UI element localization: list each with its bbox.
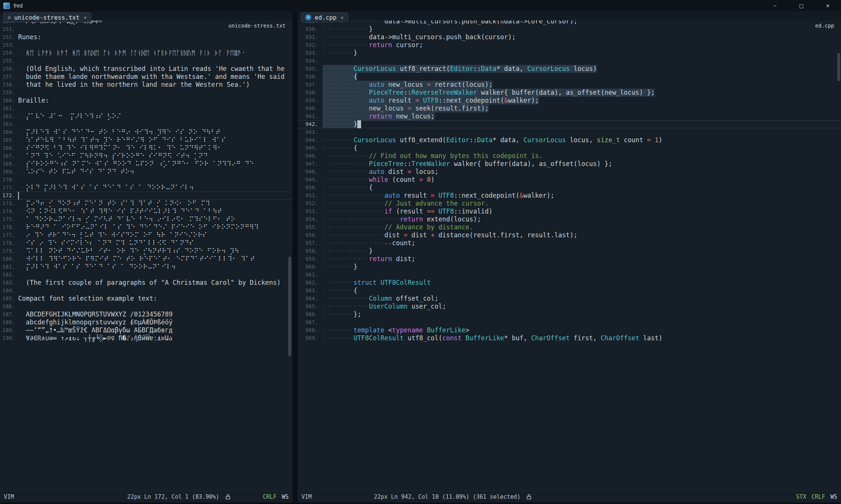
code-line[interactable]: 159.: [0, 89, 292, 97]
code-line[interactable]: 969.········UTF8ColResult utf8_col(const…: [298, 334, 841, 342]
code-line[interactable]: 939.············auto result = UTF8::next…: [298, 97, 841, 104]
code-line[interactable]: 958.············}: [298, 247, 841, 255]
code-line[interactable]: 943.: [298, 128, 841, 136]
code-line[interactable]: 932.············return cursor;: [298, 41, 841, 49]
code-line[interactable]: 152.Runes:: [0, 33, 292, 41]
code-line[interactable]: 171.··⡕⠇⠙ ⡍⠜⠇⠑⠹ ⠺⠁⠎ ⠁⠎ ⠙⠑⠁⠙ ⠁⠎ ⠁ ⠙⠕⠕⠗⠤⠝⠁…: [0, 184, 292, 192]
code-line[interactable]: 961.: [298, 271, 841, 279]
code-line[interactable]: 153.: [0, 41, 292, 49]
code-line[interactable]: 158.··that he lived in the northern land…: [0, 81, 292, 89]
code-line[interactable]: 187.··ABCDEFGHIJKLMNOPQRSTUVWXYZ /012345…: [0, 310, 292, 318]
code-line[interactable]: 180.··⠺⠊⠇⠇ ⠹⠻⠑⠋⠕⠗⠑ ⠏⠻⠍⠊⠞ ⠍⠑ ⠞⠕ ⠗⠑⠏⠑⠁⠞⠂ ⠑…: [0, 255, 292, 263]
code-line[interactable]: 183.··(The first couple of paragraphs of…: [0, 279, 292, 287]
code-line[interactable]: 959.············return dist;: [298, 255, 841, 263]
code-line[interactable]: 940.············new_locus = seek(result.…: [298, 104, 841, 112]
tab-close-icon[interactable]: ✕: [341, 15, 344, 20]
tab-ed-cpp[interactable]: + ed.cpp ✕: [301, 12, 348, 22]
close-button[interactable]: ✕: [815, 0, 841, 11]
file-flags-left: CRLFWS: [258, 493, 292, 500]
code-line[interactable]: 164.··⡍⠜⠇⠑⠹ ⠺⠁⠎ ⠙⠑⠁⠙⠒ ⠞⠕ ⠃⠑⠛⠔ ⠺⠊⠹⠲ ⡹⠻⠑ ⠊…: [0, 128, 292, 136]
code-line[interactable]: 157.··bude thaem lande northweardum with…: [0, 73, 292, 81]
code-line[interactable]: 173.··⡍⠔⠙⠖ ⡊ ⠙⠕⠝⠰⠞ ⠍⠑⠁⠝ ⠞⠕ ⠎⠁⠹ ⠹⠁⠞ ⡊ ⠅⠝⠪…: [0, 200, 292, 207]
code-line[interactable]: 953.················if (result == UTF8::…: [298, 207, 841, 215]
editor-left[interactable]: ≡ unicode-stress.txt ✕ unicode-stress.tx…: [0, 11, 292, 490]
code-line[interactable]: 947.············PieceTree::TreeWalker wa…: [298, 160, 841, 168]
code-line[interactable]: 179.··⠩⠁⠇⠇ ⠝⠕⠞ ⠙⠊⠌⠥⠗⠃ ⠊⠞⠂ ⠕⠗ ⠹⠑ ⡊⠳⠝⠞⠗⠹⠰⠎…: [0, 247, 292, 255]
code-line[interactable]: 964.············Column offset_col;: [298, 295, 841, 303]
code-line[interactable]: 172.: [0, 192, 292, 200]
code-line[interactable]: 168.··⡎⠊⠗⠕⠕⠛⠑⠰⠎ ⠝⠁⠍⠑ ⠺⠁⠎ ⠛⠕⠕⠙ ⠥⠏⠕⠝ ⠰⡡⠁⠝⠛…: [0, 160, 292, 168]
code-line[interactable]: 966.········};: [298, 310, 841, 318]
code-line[interactable]: 936.········{: [298, 73, 841, 81]
code-line[interactable]: 175.··⠁ ⠙⠕⠕⠗⠤⠝⠁⠊⠇⠲ ⡊ ⠍⠊⠣⠞ ⠙⠁⠧⠑ ⠃⠑⠲ ⠔⠊⠇⠔⠫…: [0, 215, 292, 223]
code-line[interactable]: 934.: [298, 57, 841, 65]
code-line[interactable]: 162.··⡌⠁⠧⠑ ⠼⠁⠒ ⡍⠜⠇⠑⠹⠰⠎ ⡣⠕⠌: [0, 112, 292, 120]
code-line[interactable]: 177.··⠔ ⠹⠑ ⠞⠗⠁⠙⠑⠲ ⡃⠥⠞ ⠹⠑ ⠺⠊⠎⠙⠕⠍ ⠕⠋ ⠳⠗ ⠁⠝…: [0, 231, 292, 239]
code-line[interactable]: 182.: [0, 271, 292, 279]
code-line[interactable]: 954.····················return extend(lo…: [298, 215, 841, 223]
code-line[interactable]: 181.··⡍⠜⠇⠑⠹ ⠺⠁⠎ ⠁⠎ ⠙⠑⠁⠙ ⠁⠎ ⠁ ⠙⠕⠕⠗⠤⠝⠁⠊⠇⠲: [0, 263, 292, 271]
code-line[interactable]: 176.··⠗⠑⠛⠜⠙ ⠁ ⠊⠕⠋⠋⠔⠤⠝⠁⠊⠇ ⠁⠎ ⠹⠑ ⠙⠑⠁⠙⠑⠌ ⠏⠊…: [0, 223, 292, 231]
code-line[interactable]: 189.··–—‘“”„†•…‰™œŠŸž€ ΑΒΓΔΩαβγδω АБВГДа…: [0, 326, 292, 334]
code-line[interactable]: 945.········{: [298, 144, 841, 152]
code-line[interactable]: 968.········template <typename BufferLik…: [298, 326, 841, 334]
line-number: 152.: [0, 33, 15, 41]
pane-divider[interactable]: [292, 11, 298, 502]
code-line[interactable]: 963.········{: [298, 287, 841, 295]
code-line[interactable]: 931.············data->multi_cursors.push…: [298, 33, 841, 41]
code-line[interactable]: 930.············}: [298, 25, 841, 33]
code-line[interactable]: 185.Compact font selection example text:: [0, 295, 292, 303]
code-line[interactable]: 188.··abcdefghijklmnopqrstuvwxyz £©µÀÆÖÞ…: [0, 318, 292, 326]
whitespace-dots: ············: [323, 25, 369, 33]
code-line[interactable]: 178.··⠊⠎ ⠔ ⠹⠑ ⠎⠊⠍⠊⠇⠑⠆ ⠁⠝⠙ ⠍⠹ ⠥⠝⠙⠁⠇⠇⠪⠫ ⠙⠁…: [0, 239, 292, 247]
code-line[interactable]: 156.··(Old English, which transcribed in…: [0, 65, 292, 73]
code-line[interactable]: 166.··⠎⠊⠛⠝⠫ ⠃⠹ ⠹⠑ ⠊⠇⠻⠛⠹⠍⠁⠝⠂ ⠹⠑ ⠊⠇⠻⠅⠂ ⠹⠑ …: [0, 144, 292, 152]
scrollbar-thumb-right[interactable]: [837, 53, 840, 81]
code-line[interactable]: 938.············PieceTree::ReverseTreeWa…: [298, 89, 841, 97]
code-line[interactable]: 170.: [0, 176, 292, 184]
code-line[interactable]: 941.············return new_locus;: [298, 112, 841, 120]
code-line[interactable]: 962.········struct UTF8ColResult: [298, 279, 841, 287]
code-line[interactable]: 960.········}: [298, 263, 841, 271]
code-line[interactable]: 957.················--count;: [298, 239, 841, 247]
code-line[interactable]: 933.········}: [298, 49, 841, 57]
tab-unicode-stress[interactable]: ≡ unicode-stress.txt ✕: [3, 12, 91, 22]
code-line[interactable]: 167.··⠁⠝⠙ ⠹⠑ ⠡⠊⠑⠋ ⠍⠳⠗⠝⠻⠲ ⡎⠊⠗⠕⠕⠛⠑ ⠎⠊⠛⠝⠫ ⠊…: [0, 152, 292, 160]
code-line[interactable]: 967.: [298, 318, 841, 326]
code-line[interactable]: 165.··⠱⠁⠞⠑⠧⠻ ⠁⠃⠳⠞ ⠹⠁⠞⠲ ⡹⠑ ⠗⠑⠛⠊⠌⠻ ⠕⠋ ⠙⠊⠎ …: [0, 136, 292, 144]
code-line[interactable]: 935.········CursorLocus utf8_retract(Edi…: [298, 65, 841, 73]
code-line[interactable]: 949.············while (count > 0): [298, 176, 841, 184]
code-line[interactable]: 951.················auto result = UTF8::…: [298, 192, 841, 200]
editor-right[interactable]: + ed.cpp ✕ ed.cpp 929.················da…: [298, 11, 841, 490]
text-viewport-right[interactable]: 929.················data->multi_cursors.…: [298, 20, 841, 490]
code-line[interactable]: 965.············UserColumn user_col;: [298, 303, 841, 310]
code-line[interactable]: 946.············// Find out how many byt…: [298, 152, 841, 160]
code-line[interactable]: 160.Braille:: [0, 97, 292, 104]
code-line[interactable]: 184.: [0, 287, 292, 295]
code-line[interactable]: 942.········}: [298, 120, 841, 128]
code-line[interactable]: 169.··⠡⠕⠎⠑ ⠞⠕ ⠏⠥⠞ ⠙⠊⠎ ⠙⠁⠝⠙ ⠞⠕⠲: [0, 168, 292, 176]
code-line[interactable]: 955.················// Advance by distan…: [298, 223, 841, 231]
code-line[interactable]: 948.············auto dist = locus;: [298, 168, 841, 176]
code-line[interactable]: 155.: [0, 57, 292, 65]
code-line[interactable]: 161.: [0, 104, 292, 112]
code-line[interactable]: 950.············{: [298, 184, 841, 192]
maximize-button[interactable]: □: [788, 0, 815, 11]
code-line[interactable]: 956.················dist = dist + distan…: [298, 231, 841, 239]
code-line[interactable]: 929.················data->multi_cursors.…: [298, 20, 841, 25]
code-line[interactable]: 190.··∀∂∈ℝ∧∪≡∞ ↑↗↨↻⇣ ┐┼╔╘░►☺♀ ﬁ�⑀₂ἠḂӥẄɐː…: [0, 334, 292, 342]
code-line[interactable]: 163.: [0, 120, 292, 128]
code-line[interactable]: 154.··ᚻᛖ ᚳᚹᚫᚦ ᚦᚫᛏ ᚻᛖ ᛒᚢᛞᛖ ᚩᚾ ᚦᚫᛗ ᛚᚪᚾᛞᛖ ᚾ…: [0, 49, 292, 57]
code-line[interactable]: 174.··⠪⠝ ⠅⠝⠪⠇⠫⠛⠑⠂ ⠱⠁⠞ ⠹⠻⠑ ⠊⠎ ⠏⠜⠞⠊⠊⠥⠇⠜⠇⠹ …: [0, 207, 292, 215]
line-number: 177.: [0, 231, 15, 239]
code-line[interactable]: 937.············auto new_locus = retract…: [298, 81, 841, 89]
text-viewport-left[interactable]: 150.··ሥራ ከመፍታት ልጄን ላፋታት።151.152.Runes:15…: [0, 20, 292, 490]
tab-close-icon[interactable]: ✕: [84, 15, 87, 20]
minimize-button[interactable]: ─: [762, 0, 788, 11]
whitespace-dots: ········: [323, 287, 354, 294]
code-line[interactable]: 952.················// Just advance the …: [298, 200, 841, 207]
scrollbar-thumb-left[interactable]: [288, 257, 291, 356]
line-number: 171.: [0, 184, 15, 192]
code-line[interactable]: 186.: [0, 303, 292, 310]
code-line[interactable]: 944.········CursorLocus utf8_extend(Edit…: [298, 136, 841, 144]
